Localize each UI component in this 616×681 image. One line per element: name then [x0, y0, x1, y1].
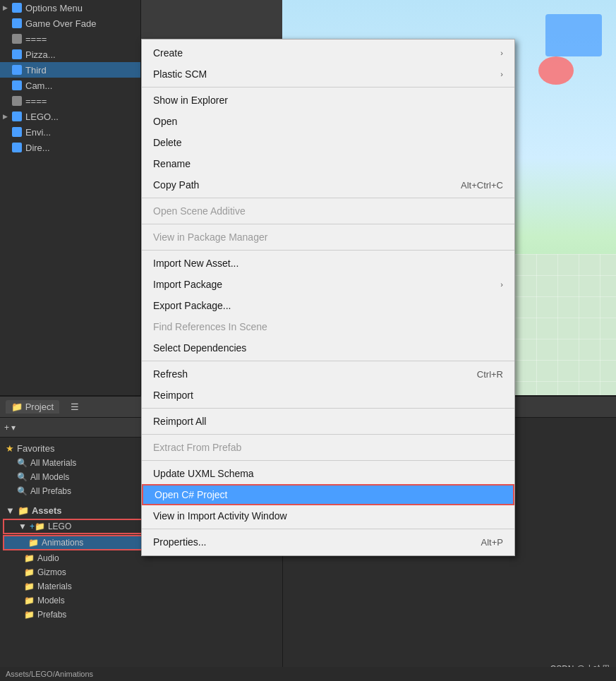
hierarchy-item[interactable]: Pizza... [0, 47, 140, 62]
menu-separator [142, 198, 514, 198]
item-icon [11, 18, 23, 29]
arrow-icon: ▶ [3, 4, 11, 11]
menu-item-rename[interactable]: Rename [142, 153, 514, 174]
add-button[interactable]: + ▾ [4, 423, 16, 433]
folder-icon: 📁 [18, 505, 29, 516]
hierarchy-item[interactable]: Game Over Fade [0, 16, 140, 31]
hierarchy-item[interactable]: ▶ Options Menu [0, 0, 140, 16]
menu-item-delete[interactable]: Delete [142, 132, 514, 153]
shortcut-label: Alt+P [481, 537, 503, 548]
hierarchy-item[interactable]: Dire... [0, 140, 140, 155]
context-menu: Create › Plastic SCM › Show in Explorer … [141, 39, 515, 556]
arrow-down-icon: ▼ [6, 505, 15, 516]
shortcut-label: Alt+Ctrl+C [461, 180, 503, 191]
arrow-icon: ▶ [3, 113, 11, 120]
menu-item-reimport[interactable]: Reimport [142, 385, 514, 406]
menu-item-view-import-activity[interactable]: View in Import Activity Window [142, 505, 514, 526]
hierarchy-item[interactable]: ==== [0, 93, 140, 109]
menu-separator [142, 250, 514, 251]
menu-item-import-package[interactable]: Import Package › [142, 274, 514, 295]
menu-icon[interactable]: ☰ [71, 402, 79, 412]
menu-item-import-new-asset[interactable]: Import New Asset... [142, 253, 514, 274]
item-icon [11, 49, 23, 60]
scene-object [545, 14, 602, 56]
asset-item-gizmos[interactable]: 📁 Gizmos [0, 565, 282, 579]
menu-item-refresh[interactable]: Refresh Ctrl+R [142, 363, 514, 385]
item-icon [11, 126, 23, 138]
folder-icon: 📁 [24, 610, 35, 620]
menu-separator [142, 361, 514, 361]
menu-item-open-scene-additive: Open Scene Additive [142, 200, 514, 222]
menu-item-export-package[interactable]: Export Package... [142, 295, 514, 316]
menu-item-select-dependencies[interactable]: Select Dependencies [142, 337, 514, 358]
hierarchy-item[interactable]: ==== [0, 31, 140, 47]
asset-item-prefabs[interactable]: 📁 Prefabs [0, 608, 282, 622]
folder-icon: 📁 [24, 581, 35, 591]
search-icon: 🔍 [17, 458, 28, 468]
menu-item-plastic-scm[interactable]: Plastic SCM › [142, 64, 514, 85]
folder-icon: 📁 [24, 553, 35, 563]
menu-item-open[interactable]: Open [142, 111, 514, 132]
menu-item-properties[interactable]: Properties... Alt+P [142, 531, 514, 553]
menu-item-reimport-all[interactable]: Reimport All [142, 411, 514, 432]
submenu-arrow-icon: › [500, 70, 503, 78]
scene-object [538, 56, 574, 85]
hierarchy-item[interactable]: ▶ LEGO... [0, 109, 140, 124]
hierarchy-item[interactable]: Cam... [0, 78, 140, 93]
folder-icon: 📁 [28, 538, 39, 548]
item-icon [11, 33, 23, 44]
search-icon: 🔍 [17, 486, 28, 496]
submenu-arrow-icon: › [500, 49, 503, 57]
asset-item-materials[interactable]: 📁 Materials [0, 579, 282, 593]
hierarchy-item[interactable]: Envi... [0, 124, 140, 140]
menu-item-show-in-explorer[interactable]: Show in Explorer [142, 90, 514, 111]
star-icon: ★ [6, 443, 14, 454]
item-icon [11, 2, 23, 13]
menu-separator [142, 224, 514, 224]
folder-icon: +📁 [30, 522, 45, 531]
path-bar: Assets/LEGO/Animations [0, 667, 616, 681]
menu-separator [142, 87, 514, 88]
menu-separator [142, 460, 514, 461]
shortcut-label: Ctrl+R [477, 369, 503, 380]
menu-separator [142, 434, 514, 435]
item-icon [11, 95, 23, 107]
folder-icon: 📁 [11, 402, 25, 412]
menu-separator [142, 529, 514, 529]
project-tab[interactable]: 📁 Project [6, 400, 59, 414]
arrow-down-icon: ▼ [18, 522, 27, 531]
item-icon [11, 64, 23, 76]
asset-item-models[interactable]: 📁 Models [0, 593, 282, 608]
menu-item-update-uxml[interactable]: Update UXML Schema [142, 463, 514, 484]
submenu-arrow-icon: › [500, 280, 503, 289]
menu-item-view-package-manager: View in Package Manager [142, 227, 514, 248]
folder-icon: 📁 [24, 596, 35, 605]
menu-item-find-references: Find References In Scene [142, 316, 514, 337]
search-icon: 🔍 [17, 472, 28, 482]
menu-item-create[interactable]: Create › [142, 42, 514, 64]
item-icon [11, 111, 23, 122]
menu-item-open-csharp[interactable]: Open C# Project [142, 484, 514, 505]
folder-icon: 📁 [24, 567, 35, 577]
hierarchy-item-third[interactable]: Third [0, 62, 140, 78]
menu-item-copy-path[interactable]: Copy Path Alt+Ctrl+C [142, 174, 514, 195]
menu-item-extract-from-prefab: Extract From Prefab [142, 437, 514, 458]
menu-separator [142, 408, 514, 409]
item-icon [11, 80, 23, 91]
item-icon [11, 142, 23, 153]
hierarchy-panel: ▶ Options Menu Game Over Fade ==== Pizza… [0, 0, 141, 395]
